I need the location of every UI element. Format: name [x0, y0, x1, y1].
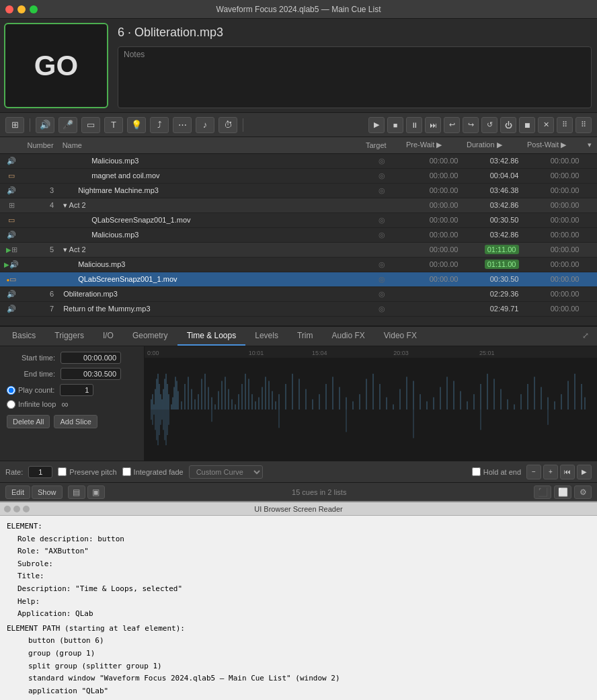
row-icon: ▶⊞ [0, 242, 23, 257]
tab-geometry[interactable]: Geometry [123, 327, 177, 346]
settings-button[interactable]: ⚙ [574, 485, 592, 499]
skip-button[interactable]: ⏭ [425, 117, 441, 133]
layout-button-2[interactable]: ⬜ [554, 485, 571, 499]
table-row[interactable]: 🔊Malicious.mp3◎00:00.0003:42.8600:00.00 [0, 153, 597, 168]
ruler-mark-2: 15:04 [312, 350, 327, 356]
cue-list-container[interactable]: Number Name Target Pre-Wait ▶ Duration ▶… [0, 137, 597, 325]
edit-button[interactable]: Edit [5, 485, 30, 499]
col-header-prewait: Pre-Wait ▶ [402, 137, 463, 153]
tab-audio-fx[interactable]: Audio FX [322, 327, 374, 346]
text-cue-button[interactable]: T [104, 117, 123, 133]
view-button-1[interactable]: ▤ [68, 485, 85, 499]
clock-cue-button[interactable]: ⏱ [218, 117, 237, 133]
infinite-symbol: ∞ [61, 399, 68, 410]
notes-field[interactable]: Notes [118, 46, 592, 108]
row-prewait [402, 301, 463, 316]
row-duration: 00:30.50 [463, 212, 523, 227]
expand-panel-button[interactable]: ⤢ [577, 327, 594, 346]
table-row[interactable]: 🔊Malicious.mp3◎00:00.0003:42.8600:00.00 [0, 227, 597, 242]
row-name: Malicious.mp3 [58, 227, 361, 242]
row-duration: 02:49.71 [463, 301, 523, 316]
table-row[interactable]: 🔊7Return of the Mummy.mp3◎02:49.7100:00.… [0, 301, 597, 316]
table-row[interactable]: ▭QLabScreenSnapz001_1.mov◎00:00.0000:30.… [0, 212, 597, 227]
forward-button[interactable]: ↪ [463, 117, 479, 133]
infinite-loop-radio[interactable] [7, 400, 15, 409]
row-postwait: 00:00.00 [523, 183, 584, 198]
row-duration: 00:04.04 [463, 168, 523, 183]
window-controls[interactable] [5, 5, 38, 13]
table-row[interactable]: 🔊3Nightmare Machine.mp3◎00:00.0003:46.38… [0, 183, 597, 198]
toolbar-separator-2 [243, 118, 243, 132]
integrated-fade-checkbox[interactable] [122, 467, 131, 476]
sr-help: Help: [7, 596, 590, 608]
delete-all-button[interactable]: Delete All [7, 415, 50, 428]
sr-title: UI Browser Screen Reader [254, 505, 342, 513]
start-time-input[interactable] [61, 352, 121, 364]
tab-video-fx[interactable]: Video FX [374, 327, 426, 346]
table-row[interactable]: 🔊6Obliteration.mp3◎02:29.3600:00.00 [0, 286, 597, 301]
minimize-button[interactable] [17, 5, 26, 13]
row-duration: 03:42.86 [463, 227, 523, 242]
tab-trim[interactable]: Trim [288, 327, 323, 346]
sr-path-4: application "QLab" [7, 685, 590, 697]
row-postwait: 00:00.00 [523, 242, 584, 257]
end-time-input[interactable] [61, 368, 121, 380]
play-count-input[interactable] [60, 384, 93, 396]
close-button[interactable] [5, 5, 13, 13]
go-button[interactable]: GO [4, 23, 108, 108]
back-button[interactable]: ↩ [444, 117, 460, 133]
expand-button[interactable]: ⊞ [5, 117, 24, 133]
rate-input[interactable] [28, 466, 52, 478]
pause-button[interactable]: ⏸ [406, 117, 422, 133]
row-name: magnet and coil.mov [58, 168, 361, 183]
row-icon: ▶🔊 [0, 257, 23, 272]
tab-io[interactable]: I/O [93, 327, 123, 346]
panic-button[interactable]: ⏹ [519, 117, 535, 133]
view-buttons: ▤ ▣ [68, 485, 105, 499]
video-cue-button[interactable]: ▭ [81, 117, 100, 133]
table-row[interactable]: ▶⊞5▾ Act 200:00.0001:11.0000:00.00 [0, 242, 597, 257]
misc-button3[interactable]: ⠿ [575, 117, 592, 133]
waveform-display[interactable] [145, 358, 597, 461]
tab-basics[interactable]: Basics [3, 327, 45, 346]
table-row[interactable]: ▶🔊Malicious.mp3◎00:00.0001:11.0000:00.00 [0, 257, 597, 272]
show-button[interactable]: Show [32, 485, 63, 499]
row-duration: 03:42.86 [463, 198, 523, 212]
add-slice-button[interactable]: Add Slice [54, 415, 97, 428]
zoom-in-button[interactable]: + [543, 465, 558, 479]
fade-cue-button[interactable]: ⤴ [150, 117, 169, 133]
network-cue-button[interactable]: ⋯ [173, 117, 192, 133]
table-row[interactable]: ●▭QLabScreenSnapz001_1.mov◎00:00.0000:30… [0, 272, 597, 286]
audio-cue-button[interactable]: 🔊 [36, 117, 54, 133]
stop-button[interactable]: ■ [387, 117, 403, 133]
midi-cue-button[interactable]: ♪ [196, 117, 214, 133]
play-count-row: Play count: [7, 384, 137, 396]
play-waveform-button[interactable]: ▶ [577, 465, 592, 479]
tab-triggers[interactable]: Triggers [45, 327, 93, 346]
layout-button-1[interactable]: ⬛ [534, 485, 551, 499]
tab-levels[interactable]: Levels [245, 327, 288, 346]
custom-curve-select[interactable]: Custom Curve [189, 465, 263, 479]
mic-cue-button[interactable]: 🎤 [58, 117, 77, 133]
light-cue-button[interactable]: 💡 [127, 117, 146, 133]
table-row[interactable]: ⊞4▾ Act 200:00.0003:42.8600:00.00 [0, 198, 597, 212]
tab-time-loops[interactable]: Time & Loops [177, 327, 246, 346]
misc-button2[interactable]: ⠿ [557, 117, 573, 133]
hold-at-end-label[interactable]: Hold at end [472, 467, 521, 476]
misc-button1[interactable]: ✕ [538, 117, 554, 133]
top-section: GO 6 · Obliteration.mp3 Notes [0, 19, 597, 113]
integrated-fade-label[interactable]: Integrated fade [122, 467, 184, 476]
row-postwait: 00:00.00 [523, 153, 584, 168]
zoom-out-button[interactable]: − [526, 465, 541, 479]
play-button[interactable]: ▶ [368, 117, 385, 133]
play-count-radio[interactable] [7, 386, 15, 395]
maximize-button[interactable] [30, 5, 38, 13]
view-button-2[interactable]: ▣ [87, 485, 105, 499]
loop-button[interactable]: ↺ [481, 117, 497, 133]
preserve-pitch-label[interactable]: Preserve pitch [58, 467, 116, 476]
preserve-pitch-checkbox[interactable] [58, 467, 67, 476]
fade-out-button[interactable]: ⏻ [500, 117, 516, 133]
hold-at-end-checkbox[interactable] [472, 467, 481, 476]
rewind-button[interactable]: ⏮ [560, 465, 575, 479]
table-row[interactable]: ▭magnet and coil.mov◎00:00.0000:04.0400:… [0, 168, 597, 183]
